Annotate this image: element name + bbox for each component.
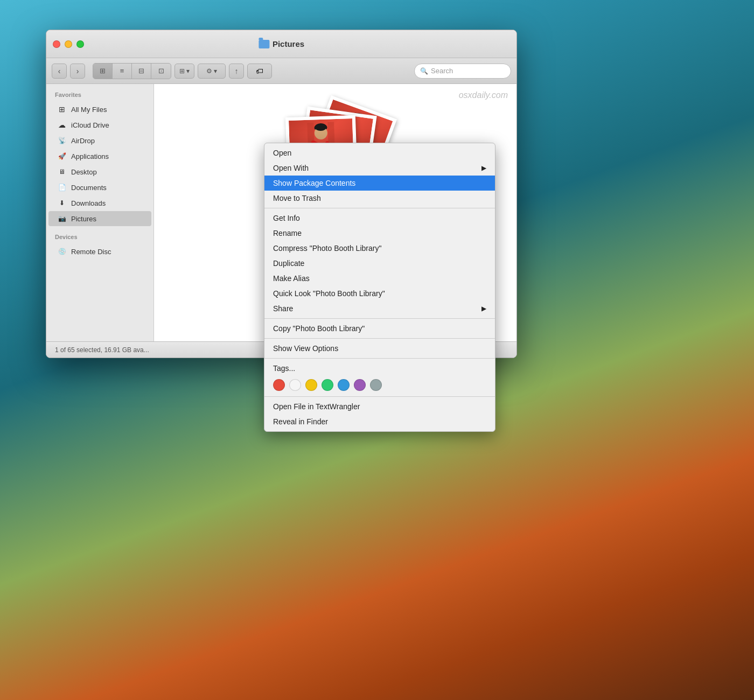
minimize-button[interactable]: [65, 40, 72, 48]
tag-yellow[interactable]: [305, 379, 317, 391]
sidebar-item-label: iCloud Drive: [71, 121, 109, 129]
menu-item-make-alias[interactable]: Make Alias: [264, 271, 495, 286]
menu-item-duplicate[interactable]: Duplicate: [264, 256, 495, 271]
tag-white[interactable]: [289, 379, 301, 391]
traffic-lights: [53, 40, 84, 48]
submenu-arrow: ▶: [481, 164, 486, 172]
menu-separator-3: [264, 338, 495, 339]
action-chevron: ▾: [214, 67, 217, 75]
menu-item-compress[interactable]: Compress "Photo Booth Library": [264, 241, 495, 256]
menu-item-open-with[interactable]: Open With ▶: [264, 160, 495, 176]
maximize-button[interactable]: [76, 40, 84, 48]
documents-icon: 📄: [57, 183, 67, 192]
submenu-arrow: ▶: [481, 305, 486, 312]
sidebar-item-applications[interactable]: 🚀 Applications: [48, 149, 151, 164]
menu-item-label: Compress "Photo Booth Library": [273, 244, 381, 253]
menu-item-show-package-contents[interactable]: Show Package Contents: [264, 176, 495, 191]
menu-item-label: Share: [273, 304, 293, 313]
sidebar-item-label: AirDrop: [71, 137, 95, 145]
menu-item-label: Open: [273, 149, 291, 157]
search-icon: 🔍: [420, 67, 428, 75]
menu-item-label: Show View Options: [273, 344, 338, 353]
back-button[interactable]: ‹: [52, 64, 67, 79]
menu-item-open-textwrangler[interactable]: Open File in TextWrangler: [264, 399, 495, 414]
search-box[interactable]: 🔍 Search: [414, 64, 511, 79]
downloads-icon: ⬇: [57, 198, 67, 208]
menu-separator-1: [264, 208, 495, 208]
menu-item-rename[interactable]: Rename: [264, 226, 495, 241]
menu-item-get-info[interactable]: Get Info: [264, 211, 495, 226]
sidebar-item-label: Applications: [71, 152, 109, 160]
arrange-icon: ⊞: [179, 67, 185, 75]
airdrop-icon: 📡: [57, 136, 67, 145]
sidebar-item-label: Remote Disc: [71, 248, 111, 256]
remote-disc-icon: 💿: [57, 247, 67, 256]
tag-icon: 🏷: [256, 67, 263, 75]
share-button[interactable]: ↑: [229, 64, 244, 79]
gear-icon: ⚙: [206, 67, 212, 75]
menu-item-label: Quick Look "Photo Booth Library": [273, 289, 385, 298]
sidebar-item-documents[interactable]: 📄 Documents: [48, 180, 151, 195]
close-button[interactable]: [53, 40, 60, 48]
action-button[interactable]: ⚙ ▾: [198, 64, 226, 79]
menu-item-quick-look[interactable]: Quick Look "Photo Booth Library": [264, 286, 495, 301]
folder-icon: [259, 40, 269, 48]
column-view-button[interactable]: ⊟: [132, 64, 151, 79]
tag-green[interactable]: [322, 379, 333, 391]
menu-item-copy[interactable]: Copy "Photo Booth Library": [264, 321, 495, 336]
menu-item-label: Open With: [273, 164, 309, 172]
menu-item-show-view-options[interactable]: Show View Options: [264, 341, 495, 356]
icloud-icon: ☁: [57, 120, 67, 130]
status-text: 1 of 65 selected, 16.91 GB ava...: [55, 346, 149, 354]
menu-item-label: Move to Trash: [273, 194, 321, 202]
sidebar-item-pictures[interactable]: 📷 Pictures: [48, 211, 151, 226]
context-menu: Open Open With ▶ Show Package Contents M…: [264, 143, 495, 432]
sidebar-item-label: Desktop: [71, 168, 97, 176]
tag-red[interactable]: [273, 379, 285, 391]
menu-item-tags[interactable]: Tags...: [264, 361, 495, 376]
list-view-button[interactable]: ≡: [113, 64, 132, 79]
desktop-icon: 🖥: [57, 167, 67, 177]
menu-item-label: Copy "Photo Booth Library": [273, 324, 365, 333]
menu-separator-5: [264, 396, 495, 397]
menu-item-label: Tags...: [273, 364, 295, 373]
coverflow-view-button[interactable]: ⊡: [151, 64, 171, 79]
menu-separator-2: [264, 318, 495, 319]
applications-icon: 🚀: [57, 151, 67, 161]
arrange-chevron: ▾: [186, 67, 190, 75]
search-placeholder: Search: [431, 67, 453, 75]
sidebar-item-label: Pictures: [71, 215, 96, 223]
forward-button[interactable]: ›: [70, 64, 85, 79]
sidebar-item-desktop[interactable]: 🖥 Desktop: [48, 164, 151, 179]
all-my-files-icon: ⊞: [57, 104, 67, 114]
tag-button[interactable]: 🏷: [247, 64, 272, 79]
menu-item-label: Get Info: [273, 214, 300, 222]
favorites-section-title: Favorites: [46, 89, 153, 101]
menu-separator-4: [264, 358, 495, 359]
tag-purple[interactable]: [354, 379, 366, 391]
window-title-area: Pictures: [259, 39, 304, 48]
menu-item-move-to-trash[interactable]: Move to Trash: [264, 191, 495, 206]
sidebar-item-label: Documents: [71, 184, 107, 192]
sidebar-item-all-my-files[interactable]: ⊞ All My Files: [48, 102, 151, 117]
tags-color-row: [264, 376, 495, 394]
menu-item-label: Make Alias: [273, 274, 310, 283]
window-title: Pictures: [273, 39, 304, 48]
sidebar: Favorites ⊞ All My Files ☁ iCloud Drive …: [46, 84, 154, 341]
devices-section-title: Devices: [46, 232, 153, 243]
menu-item-label: Duplicate: [273, 259, 304, 268]
menu-item-reveal-finder[interactable]: Reveal in Finder: [264, 414, 495, 429]
sidebar-item-remote-disc[interactable]: 💿 Remote Disc: [48, 244, 151, 259]
tag-blue[interactable]: [338, 379, 350, 391]
sidebar-item-downloads[interactable]: ⬇ Downloads: [48, 195, 151, 211]
tag-gray[interactable]: [370, 379, 382, 391]
menu-item-open[interactable]: Open: [264, 145, 495, 160]
sidebar-item-icloud-drive[interactable]: ☁ iCloud Drive: [48, 117, 151, 132]
menu-item-label: Reveal in Finder: [273, 417, 328, 426]
icon-view-button[interactable]: ⊞: [93, 64, 113, 79]
menu-item-share[interactable]: Share ▶: [264, 301, 495, 316]
sidebar-item-airdrop[interactable]: 📡 AirDrop: [48, 133, 151, 148]
toolbar: ‹ › ⊞ ≡ ⊟ ⊡ ⊞ ▾ ⚙ ▾ ↑ 🏷 🔍 Search: [46, 58, 516, 84]
arrange-button[interactable]: ⊞ ▾: [174, 64, 194, 79]
share-icon: ↑: [235, 67, 239, 75]
